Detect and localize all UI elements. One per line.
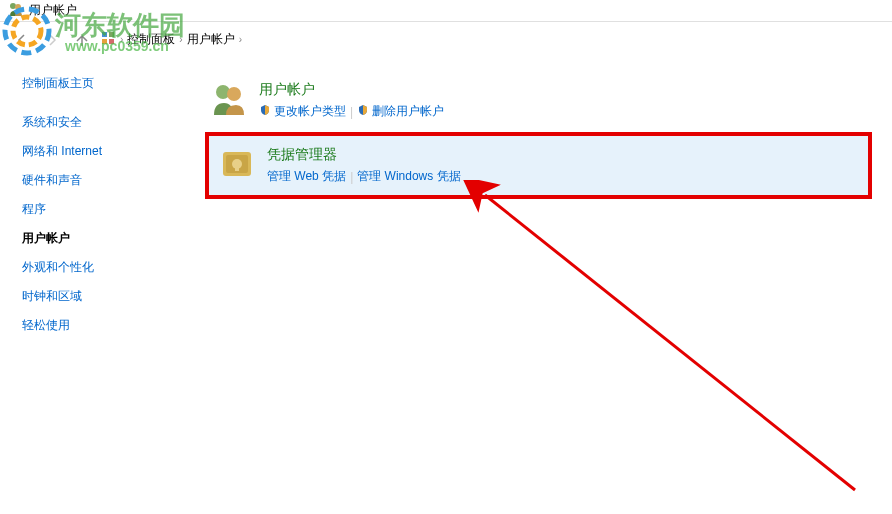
link-delete-account[interactable]: 删除用户帐户 (357, 103, 444, 120)
credential-manager-icon (219, 146, 255, 182)
sidebar: 控制面板主页 系统和安全 网络和 Internet 硬件和声音 程序 用户帐户 … (0, 57, 195, 514)
sidebar-item-clock[interactable]: 时钟和区域 (22, 282, 185, 311)
category-title[interactable]: 凭据管理器 (267, 146, 858, 164)
svg-rect-13 (235, 164, 239, 171)
link-change-account-type[interactable]: 更改帐户类型 (259, 103, 346, 120)
watermark-url: www.pc0359.cn (65, 38, 169, 54)
link-manage-web-credentials[interactable]: 管理 Web 凭据 (267, 168, 346, 185)
shield-icon (357, 104, 369, 119)
svg-point-9 (227, 87, 241, 101)
shield-icon (259, 104, 271, 119)
sidebar-item-hardware[interactable]: 硬件和声音 (22, 166, 185, 195)
category-user-accounts: 用户帐户 更改帐户类型 | 删除用户帐户 (205, 75, 872, 126)
separator: | (350, 170, 353, 184)
sidebar-item-network[interactable]: 网络和 Internet (22, 137, 185, 166)
watermark-logo (2, 6, 52, 60)
main-content: 用户帐户 更改帐户类型 | 删除用户帐户 (195, 57, 892, 514)
category-credential-manager: 凭据管理器 管理 Web 凭据 | 管理 Windows 凭据 (205, 132, 872, 199)
sidebar-item-programs[interactable]: 程序 (22, 195, 185, 224)
sidebar-item-system-security[interactable]: 系统和安全 (22, 108, 185, 137)
chevron-right-icon: › (239, 34, 242, 45)
breadcrumb-item[interactable]: 用户帐户 (187, 31, 235, 48)
svg-point-1 (13, 17, 41, 45)
sidebar-item-appearance[interactable]: 外观和个性化 (22, 253, 185, 282)
sidebar-home[interactable]: 控制面板主页 (22, 75, 185, 92)
sidebar-item-user-accounts[interactable]: 用户帐户 (22, 224, 185, 253)
sidebar-item-accessibility[interactable]: 轻松使用 (22, 311, 185, 340)
separator: | (350, 105, 353, 119)
category-title[interactable]: 用户帐户 (259, 81, 866, 99)
user-accounts-icon (211, 81, 247, 117)
link-manage-windows-credentials[interactable]: 管理 Windows 凭据 (357, 168, 460, 185)
